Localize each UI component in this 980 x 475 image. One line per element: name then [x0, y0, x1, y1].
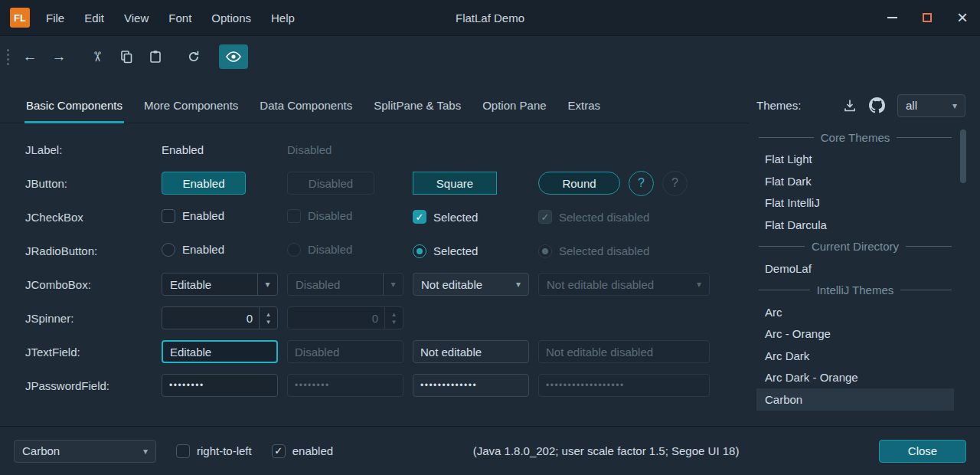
enabled-checkbox[interactable]: ✓ enabled: [272, 444, 333, 458]
checkbox-enabled[interactable]: Enabled: [162, 209, 224, 223]
theme-flat-dark[interactable]: Flat Dark: [756, 170, 954, 192]
help-button-disabled: ?: [662, 171, 688, 196]
combobox-not-editable[interactable]: Not editable ▾: [413, 273, 529, 296]
theme-selector-value: Carbon: [22, 444, 60, 457]
show-hidden-toggle[interactable]: [219, 44, 248, 69]
radio-label: Disabled: [308, 243, 352, 256]
theme-flat-intellij[interactable]: Flat IntelliJ: [756, 192, 954, 215]
spinner-disabled: ▴ ▾: [287, 306, 403, 329]
copy-button[interactable]: [112, 44, 141, 69]
right-to-left-checkbox[interactable]: right-to-left: [176, 444, 252, 458]
tab-extras[interactable]: Extras: [557, 87, 612, 123]
checkbox-disabled: Disabled: [287, 209, 352, 223]
theme-arc-orange[interactable]: Arc - Orange: [756, 323, 954, 346]
jspinner-row-label: JSpinner:: [25, 312, 152, 325]
radio-selected[interactable]: Selected: [413, 244, 478, 258]
spinner-input[interactable]: [162, 307, 259, 329]
spinner-enabled[interactable]: ▴ ▾: [162, 306, 278, 329]
jcheckbox-row: JCheckBox Enabled Disabled ✓ Selected ✓ …: [25, 200, 737, 234]
refresh-button[interactable]: [179, 44, 208, 69]
github-icon: [869, 97, 885, 113]
checkbox-selected-disabled: ✓ Selected disabled: [538, 210, 649, 224]
jbutton-row: JButton: Enabled Disabled Square Round ?…: [25, 166, 737, 200]
theme-flat-light[interactable]: Flat Light: [756, 149, 954, 171]
combobox-value: Editable: [170, 278, 211, 291]
themes-list-items: Core Themes Flat Light Flat Dark Flat In…: [756, 126, 954, 411]
theme-selector-combobox[interactable]: Carbon ▾: [14, 440, 156, 463]
enabled-button[interactable]: Enabled: [162, 172, 246, 195]
download-themes-button[interactable]: [843, 99, 857, 113]
menu-view[interactable]: View: [114, 0, 158, 35]
textfield-editable[interactable]: [162, 340, 278, 363]
help-button[interactable]: ?: [629, 171, 654, 196]
themes-list: Core Themes Flat Light Flat Dark Flat In…: [756, 126, 966, 425]
checkbox-label: enabled: [292, 444, 333, 457]
combobox-editable[interactable]: Editable ▾: [162, 273, 278, 296]
back-icon: ←: [23, 48, 38, 65]
themes-filter-combobox[interactable]: all ▾: [897, 94, 965, 117]
maximize-button[interactable]: [910, 0, 945, 35]
cut-button[interactable]: ✂: [83, 44, 112, 69]
menu-options[interactable]: Options: [201, 0, 261, 35]
theme-arc[interactable]: Arc: [756, 301, 954, 323]
checkbox-label: Disabled: [308, 209, 352, 222]
checkbox-selected[interactable]: ✓ Selected: [413, 210, 478, 224]
eye-icon: [226, 51, 241, 62]
chevron-down-icon: ▾: [257, 274, 277, 295]
github-button[interactable]: [869, 97, 885, 113]
theme-arc-dark-orange[interactable]: Arc Dark - Orange: [756, 367, 954, 389]
back-button[interactable]: ←: [15, 44, 44, 69]
jpasswordfield-row: JPasswordField:: [25, 369, 737, 402]
jtextfield-row: JTextField:: [25, 335, 737, 369]
spinner-down-icon[interactable]: ▾: [266, 318, 270, 326]
minimize-button[interactable]: [874, 0, 910, 35]
close-window-button[interactable]: ×: [945, 0, 980, 35]
chevron-down-icon: ▾: [383, 274, 403, 295]
menu-help[interactable]: Help: [261, 0, 305, 35]
tab-option-pane[interactable]: Option Pane: [472, 87, 557, 123]
jtextfield-row-label: JTextField:: [25, 346, 152, 359]
theme-carbon[interactable]: Carbon: [756, 388, 954, 411]
radio-enabled[interactable]: Enabled: [162, 243, 224, 257]
checkbox-label: Enabled: [182, 209, 224, 222]
checkbox-label: right-to-left: [197, 444, 252, 457]
square-button[interactable]: Square: [413, 172, 497, 195]
forward-icon: →: [52, 48, 67, 65]
spinner-arrows-disabled: ▴ ▾: [384, 307, 403, 329]
tab-basic-components[interactable]: Basic Components: [15, 87, 133, 123]
menu-file[interactable]: File: [36, 0, 74, 35]
checkbox-box: [162, 209, 175, 223]
spinner-up-icon[interactable]: ▴: [266, 310, 270, 318]
radio-circle: [162, 243, 175, 257]
paste-button[interactable]: [141, 44, 170, 69]
tab-data-components[interactable]: Data Components: [249, 87, 363, 123]
themes-filter-value: all: [906, 99, 917, 112]
toolbar-grip[interactable]: [7, 49, 9, 65]
themes-separator-intellij: IntelliJ Themes: [756, 280, 954, 302]
textfield-not-editable[interactable]: [413, 340, 529, 363]
menu-edit[interactable]: Edit: [74, 0, 114, 35]
tab-splitpane-tabs[interactable]: SplitPane & Tabs: [363, 87, 472, 123]
forward-button[interactable]: →: [44, 44, 74, 69]
window-controls: ×: [874, 0, 980, 35]
chevron-down-icon: ▾: [689, 274, 709, 295]
paste-icon: [149, 50, 162, 64]
radio-label: Selected disabled: [559, 244, 649, 257]
themes-scrollbar-thumb[interactable]: [960, 129, 966, 183]
round-button[interactable]: Round: [538, 172, 620, 195]
radio-circle-selected: [413, 244, 426, 258]
theme-arc-dark[interactable]: Arc Dark: [756, 345, 954, 367]
menu-font[interactable]: Font: [158, 0, 201, 35]
checkbox-box: [176, 444, 190, 458]
close-button[interactable]: Close: [879, 440, 966, 463]
combobox-value: Not editable: [421, 278, 482, 291]
theme-demolaf[interactable]: DemoLaf: [756, 257, 954, 280]
passwordfield-not-editable[interactable]: [413, 374, 529, 397]
theme-flat-darcula[interactable]: Flat Darcula: [756, 214, 954, 236]
themes-separator-core: Core Themes: [756, 126, 954, 149]
passwordfield-enabled[interactable]: [162, 374, 278, 397]
spinner-arrows[interactable]: ▴ ▾: [259, 307, 277, 329]
tab-more-components[interactable]: More Components: [133, 87, 249, 123]
close-icon: ×: [957, 8, 968, 27]
jcombobox-row-label: JComboBox:: [25, 278, 152, 291]
